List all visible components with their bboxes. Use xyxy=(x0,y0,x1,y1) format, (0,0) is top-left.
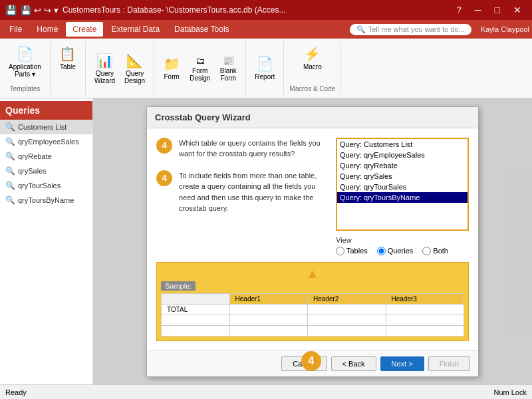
app-icon: 💾 xyxy=(5,5,17,15)
dialog-right-panel: Query: Customers List Query: qryEmployee… xyxy=(336,138,469,255)
blank-form-label: BlankForm xyxy=(220,67,237,82)
sample-empty-5 xyxy=(162,325,230,336)
content-area: Crosstab Query Wizard 4 Which table or q… xyxy=(93,98,532,384)
sample-row-2 xyxy=(162,315,464,325)
radio-tables-input[interactable] xyxy=(336,247,344,255)
ribbon: 📄 ApplicationParts ▾ Templates 📋 Table 📊… xyxy=(0,39,532,98)
menu-external-data[interactable]: External Data xyxy=(104,22,166,37)
sidebar-label-2: qryRebate xyxy=(18,152,52,160)
back-button[interactable]: < Back xyxy=(331,356,376,371)
report-icon: 📄 xyxy=(257,56,273,72)
radio-group-view: Tables Queries Both xyxy=(336,247,469,255)
report-button[interactable]: 📄 Report xyxy=(251,54,278,82)
maximize-button[interactable]: □ xyxy=(489,3,505,17)
blank-form-button[interactable]: 📰 BlankForm xyxy=(216,53,240,84)
menu-create[interactable]: Create xyxy=(66,22,103,37)
radio-queries[interactable]: Queries xyxy=(377,247,414,255)
query-design-icon: 📐 xyxy=(126,53,143,68)
query-icon-3: 🔍 xyxy=(5,166,15,176)
menu-file[interactable]: File xyxy=(3,22,29,37)
step1-wrapper: 4 Which table or query contains the fiel… xyxy=(156,138,328,165)
sidebar-item-qryrebate[interactable]: 🔍 qryRebate xyxy=(0,149,92,164)
sample-data-1 xyxy=(229,304,307,315)
sidebar: Queries 🔍 Customers List 🔍 qryEmployeeSa… xyxy=(0,98,93,384)
statusbar: Ready Num Lock xyxy=(0,384,532,399)
query-item-1[interactable]: Query: qryEmployeeSales xyxy=(337,150,467,160)
dialog-overlay: Crosstab Query Wizard 4 Which table or q… xyxy=(93,98,532,384)
dialog-question: Which table or query contains the fields… xyxy=(179,138,328,160)
num-lock-indicator: Num Lock xyxy=(493,388,527,396)
application-parts-button[interactable]: 📄 ApplicationParts ▾ xyxy=(5,44,45,80)
window-controls: ? ─ □ ✕ xyxy=(451,3,527,17)
sample-empty-7 xyxy=(308,325,386,336)
undo-icon[interactable]: ↩ xyxy=(34,5,41,15)
step2-circle: 4 xyxy=(156,170,172,186)
search-bar[interactable]: 🔍 Tell me what you want to do... xyxy=(350,24,471,35)
ribbon-group-reports: 📄 Report xyxy=(246,41,284,95)
macro-label: Macro xyxy=(303,63,322,70)
sample-row-1: TOTAL xyxy=(162,304,464,315)
query-item-3[interactable]: Query: qrySales xyxy=(337,171,467,182)
radio-queries-input[interactable] xyxy=(377,247,386,255)
sample-empty-3 xyxy=(308,315,386,325)
sidebar-item-qrysales[interactable]: 🔍 qrySales xyxy=(0,164,92,178)
sample-header-3: Header3 xyxy=(386,293,464,304)
sample-row-3 xyxy=(162,325,464,336)
ribbon-group-query: 📊 QueryWizard 📐 QueryDesign xyxy=(86,41,154,95)
query-wizard-label: QueryWizard xyxy=(94,70,115,84)
sidebar-item-qrytoursales[interactable]: 🔍 qryTourSales xyxy=(0,178,92,193)
query-item-4[interactable]: Query: qryTourSales xyxy=(337,182,467,192)
dialog-top-row: 4 Which table or query contains the fiel… xyxy=(156,138,469,255)
application-parts-label: ApplicationParts ▾ xyxy=(9,63,41,78)
view-section: View Tables Queries xyxy=(336,236,469,255)
query-design-button[interactable]: 📐 QueryDesign xyxy=(121,51,148,86)
query-icon-2: 🔍 xyxy=(5,152,15,161)
sidebar-label-3: qrySales xyxy=(18,167,47,175)
query-item-2[interactable]: Query: qryRebate xyxy=(337,160,467,171)
menu-database-tools[interactable]: Database Tools xyxy=(168,22,236,37)
form-design-button[interactable]: 🗂 FormDesign xyxy=(186,53,213,84)
radio-both[interactable]: Both xyxy=(422,247,448,255)
sample-total-cell: TOTAL xyxy=(162,304,230,315)
application-parts-icon: 📄 xyxy=(17,46,33,62)
sidebar-label-4: qryTourSales xyxy=(18,182,61,190)
macro-button[interactable]: ⚡ Macro xyxy=(300,44,325,72)
step2-wrapper: 4 To include fields from more than one t… xyxy=(156,170,328,219)
query-icon-1: 🔍 xyxy=(5,137,15,146)
next-button[interactable]: Next > xyxy=(380,356,424,371)
sample-empty-1 xyxy=(162,315,230,325)
query-list[interactable]: Query: Customers List Query: qryEmployee… xyxy=(336,138,469,231)
form-label: Form xyxy=(164,73,180,80)
radio-tables[interactable]: Tables xyxy=(336,247,368,255)
sample-arrow: ▲ xyxy=(161,267,464,280)
window-title: CustomersTours : Database- \CustomersTou… xyxy=(63,5,285,15)
sidebar-item-qrytoursbyname[interactable]: 🔍 qryToursByName xyxy=(0,193,92,207)
sample-label: Sample: xyxy=(161,281,196,291)
macro-icon: ⚡ xyxy=(304,46,321,62)
query-item-5[interactable]: Query: qryToursByName xyxy=(337,192,467,203)
save-icon[interactable]: 💾 xyxy=(21,5,31,15)
menu-home[interactable]: Home xyxy=(30,22,65,37)
sidebar-item-customers-list[interactable]: 🔍 Customers List xyxy=(0,120,92,134)
view-label: View xyxy=(336,236,469,244)
customize-icon[interactable]: ▾ xyxy=(54,5,59,15)
dialog-title: Crosstab Query Wizard xyxy=(147,107,478,128)
minimize-button[interactable]: ─ xyxy=(469,3,487,17)
close-button[interactable]: ✕ xyxy=(508,3,527,17)
titlebar: 💾 💾 ↩ ↪ ▾ CustomersTours : Database- \Cu… xyxy=(0,0,532,20)
query-wizard-button[interactable]: 📊 QueryWizard xyxy=(91,51,118,86)
form-button[interactable]: 📁 Form xyxy=(160,54,184,82)
sidebar-label-1: qryEmployeeSales xyxy=(18,138,79,146)
dialog-multi-table-note: To include fields from more than one tab… xyxy=(179,170,328,214)
step1-circle: 4 xyxy=(156,138,172,154)
sidebar-item-qryemployeesales[interactable]: 🔍 qryEmployeeSales xyxy=(0,134,92,149)
form-design-label: FormDesign xyxy=(190,67,210,82)
search-icon: 🔍 xyxy=(356,25,366,34)
ribbon-items-macros: ⚡ Macro xyxy=(300,44,325,72)
query-item-0[interactable]: Query: Customers List xyxy=(337,139,467,150)
table-button[interactable]: 📋 Table xyxy=(56,44,80,72)
radio-both-input[interactable] xyxy=(422,247,431,255)
help-button[interactable]: ? xyxy=(451,3,466,17)
redo-icon[interactable]: ↪ xyxy=(44,5,51,15)
radio-both-label: Both xyxy=(433,247,448,255)
